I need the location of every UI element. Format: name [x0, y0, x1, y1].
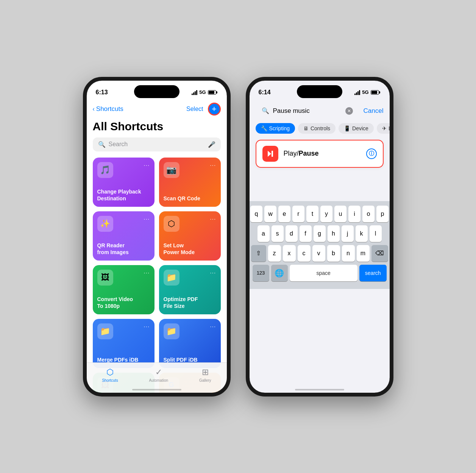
key-b[interactable]: b — [327, 245, 340, 262]
shortcut-card-0[interactable]: 🎵 ··· Change PlaybackDestination — [93, 158, 155, 207]
play-pause-icon — [262, 146, 278, 162]
dynamic-island-2 — [297, 85, 342, 98]
shortcut-name-2: QR Readerfrom Images — [97, 242, 150, 256]
key-u[interactable]: u — [334, 206, 346, 222]
key-g[interactable]: g — [314, 225, 326, 242]
key-l[interactable]: l — [370, 225, 382, 242]
key-x[interactable]: x — [283, 245, 296, 262]
search-bar-1[interactable]: 🔍 Search 🎤 — [93, 137, 221, 151]
tab-automation[interactable]: ✓ Automation — [149, 367, 168, 382]
key-h[interactable]: h — [328, 225, 340, 242]
shortcut-icon-3: ⬡ — [164, 216, 179, 232]
clear-search-button[interactable]: ✕ — [345, 107, 353, 115]
battery-icon-1 — [208, 90, 218, 95]
shortcut-more-4[interactable]: ··· — [144, 270, 150, 276]
page-title-1: All Shortcuts — [93, 120, 221, 133]
shortcut-card-3[interactable]: ⬡ ··· Set LowPower Mode — [159, 211, 221, 261]
keyboard: q w e r t y u i o p a s d f g h j — [250, 201, 390, 289]
key-space[interactable]: space — [290, 265, 357, 281]
shortcut-card-1[interactable]: 📷 ··· Scan QR Code — [159, 158, 221, 207]
key-j[interactable]: j — [342, 225, 354, 242]
back-label: Shortcuts — [96, 105, 123, 113]
shortcut-card-2[interactable]: ✨ ··· QR Readerfrom Images — [93, 211, 155, 261]
nav-actions: Select + — [186, 103, 220, 116]
key-q[interactable]: q — [250, 206, 262, 222]
result-item-play-pause[interactable]: Play/Pause ⓘ — [256, 140, 384, 168]
key-123[interactable]: 123 — [253, 265, 269, 281]
key-o[interactable]: o — [362, 206, 375, 222]
key-z[interactable]: z — [268, 245, 281, 262]
key-e[interactable]: e — [278, 206, 290, 222]
dynamic-island-1 — [134, 85, 179, 98]
shortcut-more-3[interactable]: ··· — [210, 216, 216, 223]
shortcut-more-2[interactable]: ··· — [144, 216, 150, 223]
back-chevron-icon: ‹ — [93, 106, 95, 112]
shortcuts-grid: 🎵 ··· Change PlaybackDestination 📷 ··· S… — [93, 158, 221, 393]
shortcut-icon-7: 📁 — [164, 323, 179, 339]
empty-space — [250, 171, 390, 201]
result-name: Play/Pause — [284, 150, 361, 158]
filter-device-label: Device — [352, 125, 368, 131]
device-icon: 📱 — [344, 125, 350, 131]
key-k[interactable]: k — [356, 225, 368, 242]
search-placeholder-1: Search — [109, 141, 128, 148]
shortcut-more-6[interactable]: ··· — [144, 323, 150, 330]
signal-icon-2 — [354, 90, 360, 95]
shortcut-icon-5: 📁 — [164, 270, 179, 286]
svg-rect-1 — [272, 151, 273, 157]
filter-chip-location[interactable]: ✈ Lo... — [377, 123, 390, 134]
shortcut-icon-1: 📷 — [164, 162, 179, 178]
key-w[interactable]: w — [264, 206, 276, 222]
back-button[interactable]: ‹ Shortcuts — [93, 105, 123, 113]
shortcut-card-4[interactable]: 🖼 ··· Convert VideoTo 1080p — [93, 265, 155, 314]
select-button[interactable]: Select — [186, 106, 203, 112]
key-globe[interactable]: 🌐 — [271, 265, 288, 281]
key-delete[interactable]: ⌫ — [371, 245, 388, 262]
automation-tab-icon: ✓ — [154, 367, 164, 377]
shortcut-more-5[interactable]: ··· — [210, 270, 216, 276]
network-type-1: 5G — [199, 89, 206, 95]
filter-chip-controls[interactable]: 🖥 Controls — [298, 123, 336, 134]
key-y[interactable]: y — [320, 206, 332, 222]
shortcut-card-7[interactable]: 📁 ··· Split PDF iDB — [159, 319, 221, 368]
filter-chip-device[interactable]: 📱 Device — [339, 123, 374, 134]
key-v[interactable]: v — [312, 245, 325, 262]
key-t[interactable]: t — [306, 206, 318, 222]
shortcut-card-5[interactable]: 📁 ··· Optimize PDFFile Size — [159, 265, 221, 314]
key-i[interactable]: i — [348, 206, 361, 222]
keyboard-row-1: q w e r t y u i o p — [251, 206, 388, 222]
filter-chip-scripting[interactable]: 🔧 Scripting — [256, 123, 295, 134]
key-n[interactable]: n — [342, 245, 355, 262]
key-search[interactable]: search — [359, 265, 387, 281]
key-d[interactable]: d — [286, 225, 298, 242]
keyboard-bottom-spacer — [251, 281, 388, 286]
key-a[interactable]: a — [258, 225, 270, 242]
key-f[interactable]: f — [300, 225, 312, 242]
key-m[interactable]: m — [357, 245, 370, 262]
network-type-2: 5G — [362, 89, 368, 95]
scripting-icon: 🔧 — [261, 125, 267, 131]
key-c[interactable]: c — [298, 245, 311, 262]
result-info-button[interactable]: ⓘ — [366, 148, 377, 159]
gallery-tab-icon: ⊞ — [200, 367, 210, 377]
shortcut-more-0[interactable]: ··· — [144, 162, 150, 169]
shortcut-more-7[interactable]: ··· — [210, 323, 216, 330]
search-query[interactable]: Pause music — [273, 107, 342, 115]
search-input-bar-2[interactable]: 🔍 Pause music ✕ — [256, 103, 359, 119]
add-button[interactable]: + — [208, 103, 221, 116]
key-shift[interactable]: ⇧ — [251, 245, 266, 262]
key-r[interactable]: r — [292, 206, 304, 222]
status-time-1: 6:13 — [96, 89, 108, 96]
controls-icon: 🖥 — [303, 125, 309, 131]
tab-shortcuts[interactable]: ⬡ Shortcuts — [102, 367, 118, 382]
key-p[interactable]: p — [376, 206, 389, 222]
shortcut-name-4: Convert VideoTo 1080p — [97, 296, 150, 309]
shortcut-card-6[interactable]: 📁 ··· Merge PDFs iDB — [93, 319, 155, 368]
status-icons-1: 5G — [192, 89, 217, 95]
tab-gallery[interactable]: ⊞ Gallery — [199, 367, 211, 382]
key-s[interactable]: s — [272, 225, 284, 242]
search-icon-2: 🔍 — [262, 107, 269, 114]
shortcut-more-1[interactable]: ··· — [210, 162, 216, 169]
keyboard-row-3: ⇧ z x c v b n m ⌫ — [251, 245, 388, 262]
cancel-button[interactable]: Cancel — [362, 107, 384, 115]
